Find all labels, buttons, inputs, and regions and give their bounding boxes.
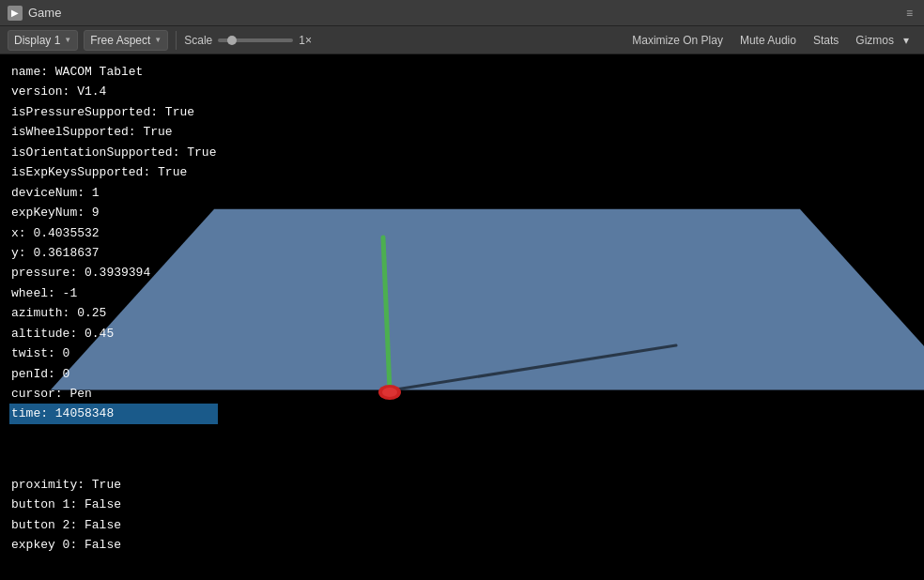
debug-line: isPressureSupported: True <box>11 102 216 122</box>
toolbar-right: Maximize On Play Mute Audio Stats Gizmos… <box>624 31 916 50</box>
debug-line: cursor: Pen <box>11 384 216 404</box>
debug-line: altitude: 0.45 <box>11 324 216 343</box>
debug-line: name: WACOM Tablet <box>11 62 216 82</box>
display-dropdown[interactable]: Display 1 ▼ <box>8 30 78 51</box>
title-bar-controls: ≡ <box>902 7 916 20</box>
scale-value: 1× <box>299 34 312 47</box>
aspect-arrow-icon: ▼ <box>154 36 162 44</box>
title-bar: ▶ Game ≡ <box>0 0 924 26</box>
display-arrow-icon: ▼ <box>64 36 71 44</box>
bottom-panel: proximity: Truebutton 1: Falsebutton 2: … <box>0 467 924 580</box>
debug-line: version: V1.4 <box>11 82 216 101</box>
game-viewport[interactable]: name: WACOM Tabletversion: V1.4isPressur… <box>0 54 924 467</box>
scale-slider[interactable] <box>218 38 293 42</box>
stats-button[interactable]: Stats <box>806 31 846 50</box>
debug-line: x: 0.4035532 <box>11 223 216 243</box>
debug-line: azimuth: 0.25 <box>11 303 216 323</box>
tablet-surface-container <box>150 130 864 430</box>
aspect-dropdown[interactable]: Free Aspect ▼ <box>84 30 168 51</box>
window-title: Game <box>28 6 61 20</box>
debug-line: penId: 0 <box>11 364 216 384</box>
menu-icon[interactable]: ≡ <box>902 7 916 20</box>
debug-line: time: 14058348 <box>9 404 218 423</box>
debug-line: deviceNum: 1 <box>11 183 216 203</box>
bottom-line: button 1: False <box>11 495 913 514</box>
debug-line: y: 0.3618637 <box>11 243 216 263</box>
bottom-line: proximity: True <box>11 475 913 495</box>
debug-line: expKeyNum: 9 <box>11 203 216 222</box>
bottom-line: expkey 0: False <box>11 535 913 555</box>
mute-audio-button[interactable]: Mute Audio <box>732 31 804 50</box>
debug-line: pressure: 0.3939394 <box>11 263 216 282</box>
debug-line: wheel: -1 <box>11 283 216 303</box>
gizmos-arrow-icon[interactable]: ▾ <box>903 31 916 50</box>
maximize-on-play-button[interactable]: Maximize On Play <box>624 31 731 50</box>
gizmos-button[interactable]: Gizmos <box>848 31 901 50</box>
game-icon: ▶ <box>8 6 23 21</box>
scale-label: Scale <box>184 34 212 47</box>
debug-line: isWheelSupported: True <box>11 122 216 142</box>
toolbar: Display 1 ▼ Free Aspect ▼ Scale 1× Maxim… <box>0 26 924 54</box>
separator-1 <box>176 31 177 50</box>
scale-thumb <box>227 36 237 45</box>
bottom-line: button 2: False <box>11 515 913 535</box>
display-label: Display 1 <box>14 34 60 47</box>
debug-line: twist: 0 <box>11 343 216 363</box>
debug-overlay: name: WACOM Tabletversion: V1.4isPressur… <box>0 54 227 432</box>
debug-line: isOrientationSupported: True <box>11 143 216 162</box>
debug-line: isExpKeysSupported: True <box>11 162 216 182</box>
aspect-label: Free Aspect <box>90 34 150 47</box>
